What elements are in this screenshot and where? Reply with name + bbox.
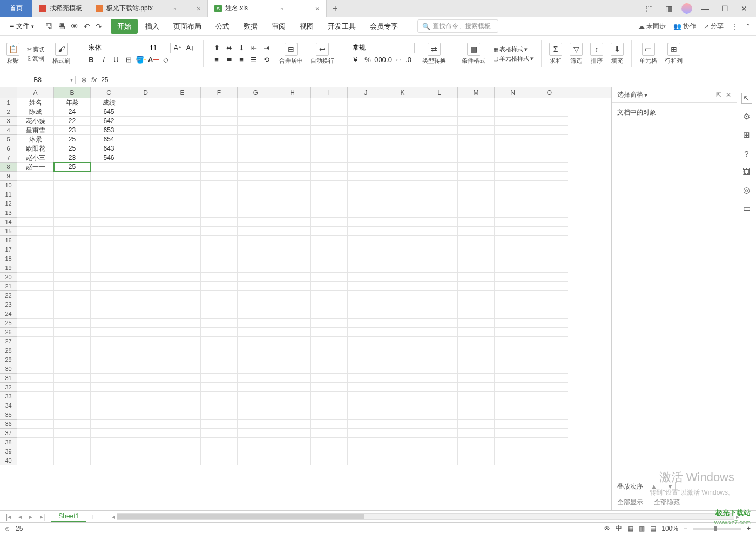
cell[interactable]: [458, 383, 495, 392]
image-tool-icon[interactable]: 🖼: [741, 166, 752, 177]
merge-center-button[interactable]: ⊟ 合并居中: [277, 42, 305, 66]
cell[interactable]: [348, 107, 384, 117]
move-down-button[interactable]: ▼: [665, 482, 676, 491]
cell[interactable]: [311, 319, 348, 328]
cell[interactable]: [384, 181, 421, 190]
cell[interactable]: [421, 190, 458, 199]
cell[interactable]: [164, 172, 201, 181]
cell[interactable]: [458, 172, 495, 181]
row-header[interactable]: 23: [0, 300, 17, 309]
cell[interactable]: [91, 364, 127, 374]
cell[interactable]: [164, 245, 201, 254]
align-right-icon[interactable]: ≡: [236, 55, 247, 65]
view-normal-icon[interactable]: ▦: [627, 525, 633, 532]
cell[interactable]: [274, 447, 311, 456]
cell[interactable]: [384, 126, 421, 135]
cell[interactable]: [384, 236, 421, 245]
cell[interactable]: [17, 282, 54, 291]
cell-style-button[interactable]: ▢ 单元格样式 ▾: [493, 55, 534, 63]
cell[interactable]: [54, 236, 91, 245]
row-header[interactable]: 7: [0, 153, 17, 163]
cell[interactable]: [238, 420, 274, 429]
zoom-level[interactable]: 100%: [662, 525, 678, 532]
avatar[interactable]: [681, 3, 692, 14]
cell[interactable]: [91, 401, 127, 410]
cancel-fx-icon[interactable]: ⊗: [81, 76, 87, 84]
cell[interactable]: [531, 392, 568, 401]
cell[interactable]: [17, 429, 54, 438]
align-left-icon[interactable]: ≡: [211, 55, 222, 65]
cell[interactable]: [458, 401, 495, 410]
cell[interactable]: [17, 190, 54, 199]
cell[interactable]: [421, 319, 458, 328]
cell[interactable]: [348, 218, 384, 227]
cell[interactable]: [238, 199, 274, 208]
cell[interactable]: [348, 456, 384, 465]
cell[interactable]: [495, 319, 531, 328]
underline-button[interactable]: U: [111, 55, 122, 65]
cell[interactable]: [127, 337, 164, 346]
cell[interactable]: [421, 401, 458, 410]
align-center-icon[interactable]: ≣: [224, 55, 234, 65]
row-header[interactable]: 40: [0, 456, 17, 465]
col-header[interactable]: K: [384, 87, 421, 98]
cell[interactable]: [238, 163, 274, 172]
pointer-tool-icon[interactable]: ↖: [741, 93, 752, 104]
cell[interactable]: [421, 263, 458, 273]
cell[interactable]: [201, 383, 238, 392]
cell[interactable]: [274, 300, 311, 309]
cell[interactable]: [17, 309, 54, 319]
cell[interactable]: [238, 236, 274, 245]
clear-format-button[interactable]: ◇: [160, 55, 171, 65]
hide-all-button[interactable]: 全部隐藏: [654, 498, 680, 507]
cell[interactable]: [274, 107, 311, 117]
cell[interactable]: [201, 300, 238, 309]
currency-icon[interactable]: ¥: [350, 55, 361, 65]
apps-icon[interactable]: ▦: [662, 4, 675, 13]
cell[interactable]: [164, 117, 201, 126]
cell[interactable]: [458, 254, 495, 263]
cell[interactable]: [274, 144, 311, 153]
cell[interactable]: [274, 273, 311, 282]
cell[interactable]: [311, 309, 348, 319]
add-sheet-button[interactable]: +: [91, 512, 95, 521]
cell[interactable]: [531, 383, 568, 392]
cell[interactable]: [458, 300, 495, 309]
cell[interactable]: [458, 346, 495, 355]
cell[interactable]: [91, 337, 127, 346]
cell[interactable]: [201, 429, 238, 438]
cell[interactable]: [531, 273, 568, 282]
cell[interactable]: [495, 98, 531, 107]
cell[interactable]: [164, 346, 201, 355]
col-header[interactable]: A: [17, 87, 54, 98]
cell[interactable]: [384, 309, 421, 319]
cell[interactable]: [421, 273, 458, 282]
cell[interactable]: [164, 107, 201, 117]
cell[interactable]: [54, 218, 91, 227]
cell[interactable]: [238, 144, 274, 153]
cell[interactable]: [54, 401, 91, 410]
cell[interactable]: [348, 447, 384, 456]
cell[interactable]: [91, 456, 127, 465]
cell[interactable]: [17, 245, 54, 254]
cell[interactable]: [238, 392, 274, 401]
cell[interactable]: [384, 107, 421, 117]
minimize-button[interactable]: —: [699, 4, 712, 13]
cell[interactable]: [421, 282, 458, 291]
cell[interactable]: [495, 163, 531, 172]
row-header[interactable]: 38: [0, 438, 17, 447]
cell[interactable]: [458, 364, 495, 374]
cell[interactable]: [495, 328, 531, 337]
cell[interactable]: [164, 319, 201, 328]
cell[interactable]: [201, 438, 238, 447]
cell[interactable]: [384, 144, 421, 153]
cell[interactable]: [91, 346, 127, 355]
cell[interactable]: [17, 410, 54, 420]
cell[interactable]: 皇甫雪: [17, 126, 54, 135]
cell[interactable]: [384, 364, 421, 374]
cell[interactable]: [495, 392, 531, 401]
cell[interactable]: [238, 401, 274, 410]
cell[interactable]: [384, 401, 421, 410]
cell[interactable]: [127, 374, 164, 383]
cell[interactable]: [54, 227, 91, 236]
